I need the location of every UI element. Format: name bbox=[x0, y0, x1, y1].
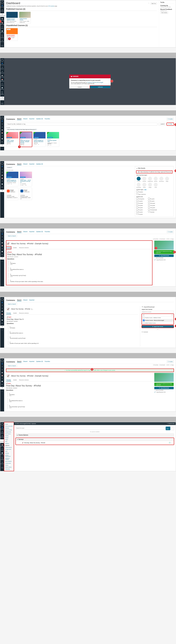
canvas-logo[interactable] bbox=[1, 1, 4, 4]
ct-templates[interactable]: Templates bbox=[136, 190, 172, 192]
start-tour-button[interactable]: Start Tour bbox=[150, 2, 157, 4]
close-filter-icon[interactable]: ✕ bbox=[136, 168, 137, 169]
cnav-assignments[interactable]: Assignments bbox=[4, 431, 14, 433]
nav-inbox[interactable]: ✉Inbox bbox=[1, 26, 4, 29]
nav-history[interactable]: 🕘History bbox=[1, 31, 4, 33]
cnav-grades[interactable]: Grades bbox=[4, 435, 14, 437]
all-courses-link[interactable]: All Courses bbox=[48, 6, 54, 7]
cnav-pages[interactable]: Pages bbox=[4, 439, 14, 440]
tab-updates[interactable]: Updates (0) bbox=[36, 118, 43, 120]
nav-commons[interactable]: ⇄Commons bbox=[0, 40, 5, 42]
nav-calendar[interactable]: 📅Calendar bbox=[0, 79, 4, 82]
row-options-icon[interactable]: ⋮ bbox=[171, 442, 172, 444]
quiz-search-input[interactable] bbox=[16, 427, 165, 430]
cnav-people[interactable]: People bbox=[4, 437, 14, 439]
back-to-search[interactable]: ‹ Back to Search bbox=[6, 303, 17, 305]
student-view-button[interactable]: 👓 Student View bbox=[167, 423, 174, 424]
type-images[interactable]: Images bbox=[148, 183, 152, 188]
resource-card[interactable]: FEATURED MODULECommons Upload TestUnderg… bbox=[47, 132, 59, 147]
nav-inbox[interactable]: ✉Inbox bbox=[1, 83, 4, 86]
nav-calendar[interactable]: 📅 bbox=[2, 132, 3, 134]
nav-inbox[interactable]: ✉ bbox=[2, 135, 3, 137]
nav-account[interactable]: 👤Account bbox=[1, 5, 4, 8]
cnav-iclicker[interactable]: iClicker Registration bbox=[4, 454, 14, 457]
course-search-input[interactable] bbox=[142, 311, 174, 313]
type-videos[interactable]: Videos bbox=[142, 183, 147, 188]
cnav-chat[interactable]: Chat bbox=[4, 450, 14, 452]
type-assignments[interactable]: Assignments bbox=[148, 177, 152, 182]
nav-courses[interactable]: 📖Courses bbox=[0, 75, 4, 78]
filter-button[interactable]: ⚙ Filter bbox=[167, 123, 174, 126]
tab-preview[interactable]: Preview bbox=[6, 246, 11, 249]
authorize-button[interactable]: Authorize bbox=[90, 86, 111, 88]
nav-help[interactable]: ? bbox=[2, 148, 3, 150]
nav-commons[interactable]: ⇄Commons bbox=[0, 96, 4, 100]
cnav-media[interactable]: Media Gallery bbox=[4, 466, 14, 468]
tab-versions[interactable]: Resource versions bbox=[19, 246, 29, 249]
back-to-search[interactable]: ‹ Back to Search bbox=[6, 235, 17, 237]
nav-calendar[interactable]: 📅Calendar bbox=[0, 22, 4, 25]
nav-history[interactable]: 🕘 bbox=[2, 138, 3, 140]
course-card[interactable]: SAND Practice Course CENG: Practice: 335… bbox=[19, 12, 31, 24]
sort-dropdown[interactable]: ↓ Latest ▾ bbox=[158, 123, 166, 126]
cnav-modules[interactable]: Modules bbox=[4, 427, 14, 429]
cnav-discussions[interactable]: Discussions bbox=[4, 433, 14, 435]
view-grades-button[interactable]: View Grades bbox=[160, 12, 168, 14]
resource-card[interactable]: Developin SwiftFundamentals COURSEDevelo… bbox=[20, 188, 32, 200]
filter-chip[interactable]: Only University of California San Diego … bbox=[6, 129, 37, 130]
resource-card-selected[interactable]: FEATURED QUIZAbout You Survey - #FinAid … bbox=[20, 132, 32, 147]
type-documents[interactable]: Documents bbox=[136, 183, 141, 188]
publish-badge[interactable]: Publish bbox=[7, 29, 11, 30]
cnav-outcomes[interactable]: Outcomes bbox=[4, 468, 14, 470]
course-option[interactable]: SAND Practice Course bbox=[142, 322, 173, 324]
tab-search[interactable]: Search bbox=[17, 118, 21, 120]
quiz-options-icon[interactable]: ⋮ bbox=[171, 426, 174, 430]
nav-admin[interactable]: ⚙Admin bbox=[1, 67, 4, 70]
import-into-course-button[interactable]: ⬇ Import into Course bbox=[142, 325, 174, 328]
canvas-logo[interactable] bbox=[1, 117, 4, 120]
add-quiz-button[interactable]: + Quiz bbox=[166, 426, 170, 430]
cnav-integrity[interactable]: Academic Integrity ... bbox=[4, 457, 14, 460]
nav-account[interactable]: 👤Account bbox=[1, 63, 4, 66]
type-pages[interactable]: Pages bbox=[165, 177, 169, 182]
import-download-button[interactable]: ⬇ Import/Download bbox=[154, 254, 174, 257]
type-courses[interactable]: Courses bbox=[136, 177, 141, 182]
type-discussions[interactable]: Discussions bbox=[159, 177, 164, 182]
course-option[interactable]: Practice Course - Matthew Fedder bbox=[142, 316, 173, 319]
cnav-gradescope[interactable]: Gradescope bbox=[4, 462, 14, 464]
tab-shared[interactable]: Shared bbox=[23, 118, 27, 120]
nav-help[interactable]: ?Help bbox=[1, 102, 3, 104]
add-favorites-button[interactable]: ☆ Add to Favorites bbox=[154, 257, 174, 259]
cnav-piazza[interactable]: Piazza bbox=[4, 464, 14, 466]
modal-user-link[interactable]: Professor Minerva McGonagall bbox=[87, 82, 103, 83]
nav-mymedia[interactable]: ▶My Media bbox=[0, 35, 4, 38]
resource-card[interactable]: FEATURED COURSEBetter Days — Social Emot… bbox=[20, 172, 32, 186]
canvas-logo[interactable] bbox=[1, 59, 4, 62]
cnav-home[interactable]: Home bbox=[4, 423, 14, 425]
course-option-selected[interactable]: Practice Course - Minerva McGonagall bbox=[142, 319, 173, 322]
nav-account[interactable]: 👤 bbox=[2, 121, 3, 122]
filter-chip[interactable]: Course ✕ bbox=[6, 167, 13, 168]
cnav-settings[interactable]: Settings bbox=[4, 452, 14, 454]
quiz-row[interactable]: ⋮⋮ 🚀 First Day: About You Survey - #FinA… bbox=[16, 441, 174, 444]
tab-imported[interactable]: Imported bbox=[29, 118, 34, 120]
cnav-gdrive[interactable]: Google Drive bbox=[4, 448, 14, 450]
nav-history[interactable]: 🕘History bbox=[1, 87, 4, 90]
nav-courses[interactable]: 📖 bbox=[2, 130, 3, 131]
course-card[interactable]: Practice Course - Matthew Fedder PRTC ca… bbox=[6, 12, 18, 24]
nav-help[interactable]: ?Help bbox=[1, 44, 3, 46]
options-icon[interactable]: ⋮ bbox=[148, 2, 149, 4]
tab-favorites[interactable]: Favorites bbox=[45, 118, 50, 120]
nav-admin[interactable]: ⚙Admin bbox=[1, 9, 4, 12]
type-modules[interactable]: Modules bbox=[142, 177, 147, 182]
close-panel-icon[interactable]: ✕ bbox=[142, 306, 143, 308]
download-button[interactable]: ⬇ Download bbox=[142, 331, 174, 333]
nav-mymedia[interactable]: ▶My Media bbox=[0, 92, 4, 95]
nav-dashboard[interactable]: ⊞ bbox=[2, 126, 3, 128]
resource-card[interactable]: Developin SwiftExplorations COURSEDevelo… bbox=[6, 188, 19, 200]
cnav-files[interactable]: Files bbox=[4, 440, 14, 442]
tab-details[interactable]: Details bbox=[13, 246, 17, 249]
nav-mymedia[interactable]: ▶ bbox=[2, 141, 3, 143]
toggle-switch[interactable] bbox=[137, 171, 140, 173]
published-icon[interactable] bbox=[169, 442, 170, 444]
